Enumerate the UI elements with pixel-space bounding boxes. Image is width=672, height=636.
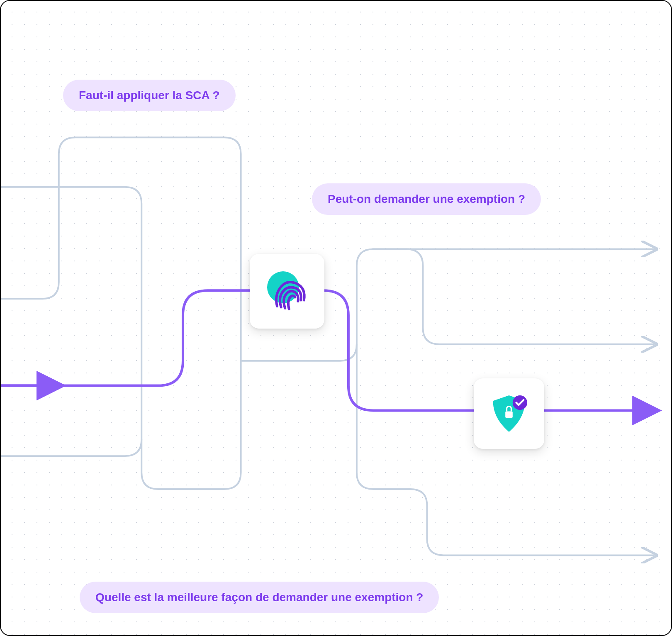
shield-node [474, 378, 544, 449]
question-pill-2: Peut-on demander une exemption ? [312, 183, 541, 215]
question-1-text: Faut-il appliquer la SCA ? [79, 89, 220, 102]
shield-check-icon [486, 391, 532, 436]
fingerprint-node [250, 254, 324, 329]
diagram-canvas: Faut-il appliquer la SCA ? Peut-on deman… [0, 0, 672, 636]
question-pill-1: Faut-il appliquer la SCA ? [63, 80, 236, 111]
question-3-text: Quelle est la meilleure façon de demande… [95, 591, 423, 604]
question-pill-3: Quelle est la meilleure façon de demande… [80, 582, 439, 613]
svg-rect-1 [505, 412, 513, 418]
question-2-text: Peut-on demander une exemption ? [328, 193, 525, 205]
fingerprint-icon [262, 266, 312, 316]
